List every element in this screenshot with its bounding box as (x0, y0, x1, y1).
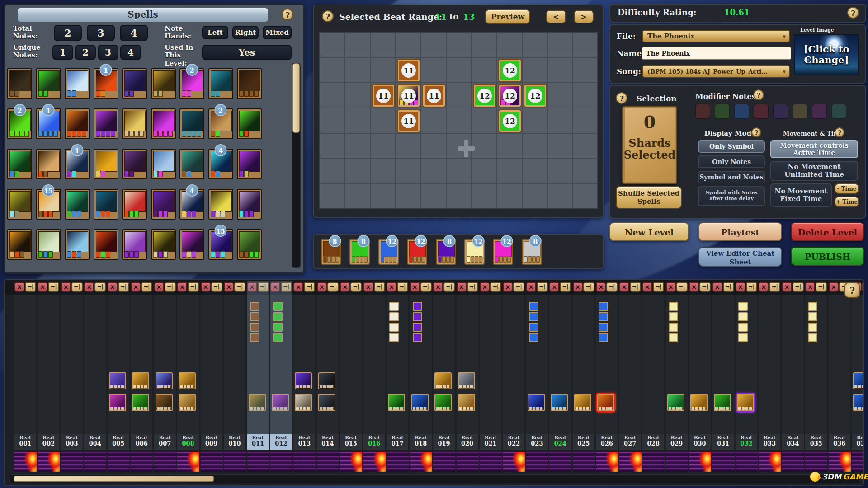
beat-column[interactable] (363, 295, 385, 450)
beat-range-help-icon[interactable]: ? (322, 10, 334, 22)
board-note[interactable]: 12 (499, 85, 521, 107)
note-stack-square[interactable] (738, 333, 748, 342)
tray-spell-card[interactable]: 12 (378, 239, 399, 265)
beat-skip-button[interactable]: →| (94, 282, 106, 292)
beat-clear-button[interactable]: × (526, 282, 536, 292)
spell-card[interactable] (65, 229, 90, 260)
spell-card[interactable] (36, 68, 61, 99)
view-cheat-sheet-button[interactable]: View Editor Cheat Sheet (698, 247, 782, 267)
note-stack-square[interactable] (599, 333, 608, 342)
movement-active-time-button[interactable]: Movement controls Active Time (770, 140, 858, 158)
beat-skip-button[interactable]: →| (141, 282, 152, 292)
timeline-spell-card[interactable] (295, 394, 312, 411)
song-dropdown[interactable]: (BPM 105) 184s AJ_Power_Up_Acti... ▾ (642, 65, 790, 78)
note-stack-square[interactable] (529, 312, 538, 321)
note-stack-square[interactable] (599, 302, 608, 311)
beat-column[interactable] (573, 295, 594, 450)
note-stack-square[interactable] (808, 302, 817, 311)
note-stack-square[interactable] (808, 333, 817, 342)
spell-card[interactable]: 15 (36, 189, 61, 220)
spell-card[interactable]: 4 (208, 149, 233, 179)
beat-label[interactable]: Beat006 (131, 434, 152, 450)
beat-skip-button[interactable]: →| (862, 282, 864, 292)
spell-card[interactable] (94, 229, 118, 260)
spell-card[interactable]: 1 (94, 68, 118, 99)
timeline-spell-card[interactable] (737, 394, 754, 411)
spell-card[interactable] (94, 149, 118, 179)
beat-skip-button[interactable]: →| (769, 282, 780, 292)
beat-clear-button[interactable]: × (619, 282, 629, 292)
beat-column[interactable] (642, 295, 664, 450)
beat-clear-button[interactable]: × (317, 282, 327, 292)
beat-column[interactable] (84, 295, 106, 450)
spell-card[interactable] (122, 149, 147, 179)
note-stack-square[interactable] (738, 312, 748, 321)
board-grid[interactable]: 11111111111212121212 (319, 32, 598, 209)
next-beat-button[interactable]: > (574, 10, 594, 23)
timeline-spell-card[interactable] (109, 394, 126, 411)
spell-card[interactable]: 2 (179, 68, 204, 99)
spell-card[interactable] (36, 229, 61, 260)
spell-card[interactable] (65, 68, 90, 99)
board-note[interactable]: 11 (398, 110, 420, 132)
note-stack-square[interactable] (389, 302, 399, 311)
beat-column[interactable] (619, 295, 641, 450)
note-stack-square[interactable] (389, 312, 399, 321)
display-only-notes-button[interactable]: Only Notes (698, 155, 765, 168)
spell-card[interactable] (208, 189, 233, 220)
timeline-spell-card[interactable] (411, 394, 429, 411)
beat-skip-button[interactable]: →| (606, 282, 618, 292)
timeline-spell-card[interactable] (132, 372, 149, 389)
publish-button[interactable]: PUBLISH (791, 247, 864, 266)
note-stack-square[interactable] (599, 312, 608, 321)
timeline-spell-card[interactable] (295, 372, 312, 389)
timeline-spell-card[interactable] (434, 394, 452, 411)
timeline-spell-card[interactable] (434, 372, 452, 389)
beat-label[interactable]: Beat036 (829, 434, 850, 450)
board-note[interactable]: 11 (423, 85, 445, 107)
beat-clear-button[interactable]: × (108, 282, 118, 292)
spell-card[interactable] (179, 149, 204, 179)
timeline-spell-card[interactable] (528, 394, 545, 411)
beat-clear-button[interactable]: × (177, 282, 187, 292)
beat-label[interactable]: Beat027 (619, 434, 641, 450)
beat-label[interactable]: Beat029 (666, 434, 688, 450)
beat-clear-button[interactable]: × (480, 282, 490, 292)
beat-skip-button[interactable]: →| (537, 282, 548, 292)
beat-skip-button[interactable]: →| (48, 282, 59, 292)
spell-card[interactable]: 2 (7, 108, 32, 139)
note-stack-square[interactable] (808, 312, 817, 321)
difficulty-help-icon[interactable]: ? (847, 7, 859, 19)
beat-clear-button[interactable]: × (433, 282, 443, 292)
plus-time-button[interactable]: + Time (835, 197, 859, 207)
prev-beat-button[interactable]: < (546, 10, 566, 23)
beat-column[interactable] (14, 295, 36, 450)
spell-card[interactable] (65, 189, 90, 220)
note-stack-square[interactable] (669, 323, 678, 332)
beat-label[interactable]: Beat028 (642, 434, 664, 450)
beat-skip-button[interactable]: →| (350, 282, 362, 292)
beat-label[interactable]: Beat025 (573, 434, 594, 450)
beat-label[interactable]: Beat033 (759, 434, 780, 450)
preview-button[interactable]: Preview (485, 9, 530, 24)
note-stack-square[interactable] (669, 333, 678, 342)
beat-label[interactable]: Beat014 (317, 434, 339, 450)
timeline-spell-card[interactable] (597, 394, 614, 411)
no-movement-fixed-button[interactable]: No Movement Fixed Time (770, 183, 832, 207)
spell-card[interactable] (179, 229, 204, 260)
modifier-note-swatch[interactable] (812, 104, 827, 119)
beat-skip-button[interactable]: →| (467, 282, 478, 292)
beat-skip-button[interactable]: →| (165, 282, 176, 292)
timeline-scrollbar-thumb[interactable] (14, 476, 214, 482)
timeline-spell-card[interactable] (109, 372, 126, 389)
spell-card[interactable] (122, 189, 147, 220)
beat-column[interactable] (38, 295, 59, 450)
note-stack-square[interactable] (529, 302, 538, 311)
beat-skip-button[interactable]: →| (560, 282, 571, 292)
playtest-button[interactable]: Playtest (698, 222, 782, 241)
beat-clear-button[interactable]: × (387, 282, 396, 292)
beat-skip-button[interactable]: →| (653, 282, 664, 292)
beat-label[interactable]: Beat010 (224, 434, 245, 450)
tray-spell-card[interactable]: 8 (349, 239, 370, 265)
beat-clear-button[interactable]: × (340, 282, 350, 292)
